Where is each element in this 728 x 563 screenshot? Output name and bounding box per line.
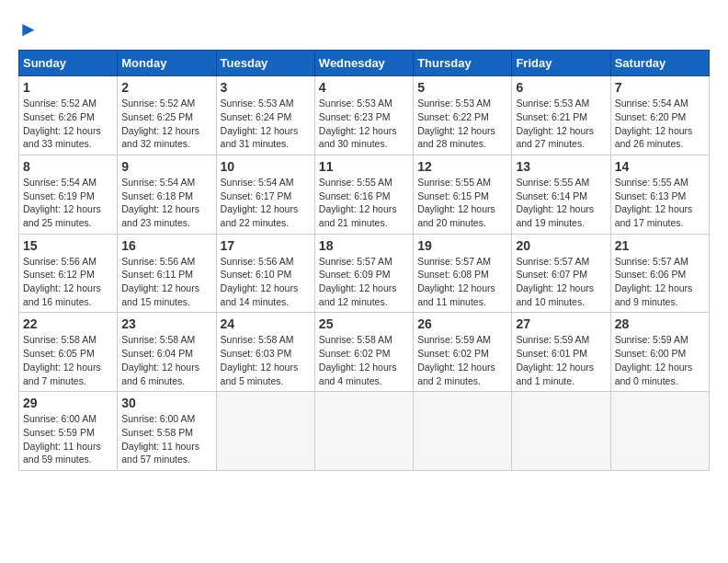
calendar-week-row: 29Sunrise: 6:00 AMSunset: 5:59 PMDayligh… bbox=[19, 392, 710, 471]
day-info: Sunrise: 5:58 AMSunset: 6:02 PMDaylight:… bbox=[319, 333, 409, 387]
day-info: Sunrise: 5:57 AMSunset: 6:07 PMDaylight:… bbox=[516, 255, 606, 309]
day-number: 22 bbox=[23, 316, 113, 331]
calendar-week-row: 1Sunrise: 5:52 AMSunset: 6:26 PMDaylight… bbox=[19, 76, 710, 155]
day-number: 15 bbox=[23, 238, 113, 253]
calendar-cell: 9Sunrise: 5:54 AMSunset: 6:18 PMDaylight… bbox=[118, 155, 216, 234]
day-number: 26 bbox=[417, 316, 507, 331]
day-number: 3 bbox=[221, 80, 311, 95]
day-info: Sunrise: 5:53 AMSunset: 6:23 PMDaylight:… bbox=[319, 97, 409, 151]
column-header-thursday: Thursday bbox=[414, 51, 512, 76]
day-number: 20 bbox=[516, 238, 606, 253]
day-info: Sunrise: 5:53 AMSunset: 6:21 PMDaylight:… bbox=[516, 97, 606, 151]
calendar-cell: 5Sunrise: 5:53 AMSunset: 6:22 PMDaylight… bbox=[414, 76, 512, 155]
day-number: 12 bbox=[417, 159, 507, 174]
calendar-cell: 29Sunrise: 6:00 AMSunset: 5:59 PMDayligh… bbox=[19, 392, 118, 471]
calendar-cell: 12Sunrise: 5:55 AMSunset: 6:15 PMDayligh… bbox=[414, 155, 512, 234]
calendar-cell: 24Sunrise: 5:58 AMSunset: 6:03 PMDayligh… bbox=[216, 313, 314, 392]
day-info: Sunrise: 5:58 AMSunset: 6:05 PMDaylight:… bbox=[23, 333, 113, 387]
day-number: 25 bbox=[319, 316, 409, 331]
day-number: 13 bbox=[516, 159, 606, 174]
day-number: 24 bbox=[221, 316, 311, 331]
day-info: Sunrise: 5:56 AMSunset: 6:12 PMDaylight:… bbox=[23, 255, 113, 309]
day-info: Sunrise: 5:55 AMSunset: 6:16 PMDaylight:… bbox=[319, 176, 409, 230]
calendar-cell: 14Sunrise: 5:55 AMSunset: 6:13 PMDayligh… bbox=[610, 155, 709, 234]
calendar-cell bbox=[314, 392, 413, 471]
calendar-cell: 20Sunrise: 5:57 AMSunset: 6:07 PMDayligh… bbox=[512, 234, 610, 313]
day-number: 17 bbox=[221, 238, 311, 253]
day-number: 4 bbox=[319, 80, 409, 95]
day-info: Sunrise: 5:59 AMSunset: 6:00 PMDaylight:… bbox=[615, 333, 705, 387]
day-info: Sunrise: 6:00 AMSunset: 5:58 PMDaylight:… bbox=[121, 412, 211, 466]
day-number: 18 bbox=[319, 238, 409, 253]
calendar-week-row: 15Sunrise: 5:56 AMSunset: 6:12 PMDayligh… bbox=[19, 234, 710, 313]
day-number: 11 bbox=[319, 159, 409, 174]
calendar-cell: 8Sunrise: 5:54 AMSunset: 6:19 PMDaylight… bbox=[19, 155, 118, 234]
calendar-cell: 4Sunrise: 5:53 AMSunset: 6:23 PMDaylight… bbox=[314, 76, 413, 155]
day-info: Sunrise: 5:52 AMSunset: 6:26 PMDaylight:… bbox=[23, 97, 113, 151]
day-number: 8 bbox=[23, 159, 113, 174]
day-info: Sunrise: 5:59 AMSunset: 6:01 PMDaylight:… bbox=[516, 333, 606, 387]
day-info: Sunrise: 5:57 AMSunset: 6:06 PMDaylight:… bbox=[615, 255, 705, 309]
calendar-header-row: SundayMondayTuesdayWednesdayThursdayFrid… bbox=[19, 51, 710, 76]
day-number: 19 bbox=[417, 238, 507, 253]
day-info: Sunrise: 5:57 AMSunset: 6:09 PMDaylight:… bbox=[319, 255, 409, 309]
day-number: 16 bbox=[121, 238, 211, 253]
calendar-cell bbox=[414, 392, 512, 471]
day-number: 30 bbox=[121, 396, 211, 410]
day-number: 23 bbox=[121, 316, 211, 331]
day-number: 10 bbox=[221, 159, 311, 174]
day-info: Sunrise: 5:54 AMSunset: 6:20 PMDaylight:… bbox=[615, 97, 705, 151]
calendar-cell: 18Sunrise: 5:57 AMSunset: 6:09 PMDayligh… bbox=[314, 234, 413, 313]
calendar-cell: 22Sunrise: 5:58 AMSunset: 6:05 PMDayligh… bbox=[19, 313, 118, 392]
day-info: Sunrise: 5:56 AMSunset: 6:10 PMDaylight:… bbox=[221, 255, 311, 309]
day-info: Sunrise: 5:53 AMSunset: 6:24 PMDaylight:… bbox=[221, 97, 311, 151]
day-number: 1 bbox=[23, 80, 113, 95]
day-number: 21 bbox=[615, 238, 705, 253]
calendar-cell: 1Sunrise: 5:52 AMSunset: 6:26 PMDaylight… bbox=[19, 76, 118, 155]
calendar-cell: 23Sunrise: 5:58 AMSunset: 6:04 PMDayligh… bbox=[118, 313, 216, 392]
day-info: Sunrise: 5:54 AMSunset: 6:18 PMDaylight:… bbox=[121, 176, 211, 230]
day-number: 29 bbox=[23, 396, 113, 410]
day-number: 14 bbox=[615, 159, 705, 174]
day-info: Sunrise: 5:54 AMSunset: 6:19 PMDaylight:… bbox=[23, 176, 113, 230]
day-number: 7 bbox=[615, 80, 705, 95]
day-number: 9 bbox=[121, 159, 211, 174]
calendar-cell bbox=[610, 392, 709, 471]
day-info: Sunrise: 5:52 AMSunset: 6:25 PMDaylight:… bbox=[121, 97, 211, 151]
calendar-cell bbox=[216, 392, 314, 471]
calendar-cell: 15Sunrise: 5:56 AMSunset: 6:12 PMDayligh… bbox=[19, 234, 118, 313]
logo-icon-bird: ► bbox=[18, 17, 39, 40]
column-header-monday: Monday bbox=[118, 51, 216, 76]
day-number: 6 bbox=[516, 80, 606, 95]
day-info: Sunrise: 5:55 AMSunset: 6:15 PMDaylight:… bbox=[417, 176, 507, 230]
day-number: 28 bbox=[615, 316, 705, 331]
calendar-cell: 11Sunrise: 5:55 AMSunset: 6:16 PMDayligh… bbox=[314, 155, 413, 234]
day-info: Sunrise: 5:55 AMSunset: 6:14 PMDaylight:… bbox=[516, 176, 606, 230]
calendar-cell bbox=[512, 392, 610, 471]
calendar-cell: 3Sunrise: 5:53 AMSunset: 6:24 PMDaylight… bbox=[216, 76, 314, 155]
calendar-cell: 21Sunrise: 5:57 AMSunset: 6:06 PMDayligh… bbox=[610, 234, 709, 313]
calendar-cell: 28Sunrise: 5:59 AMSunset: 6:00 PMDayligh… bbox=[610, 313, 709, 392]
day-info: Sunrise: 5:59 AMSunset: 6:02 PMDaylight:… bbox=[417, 333, 507, 387]
day-info: Sunrise: 5:58 AMSunset: 6:03 PMDaylight:… bbox=[221, 333, 311, 387]
column-header-wednesday: Wednesday bbox=[314, 51, 413, 76]
day-info: Sunrise: 5:54 AMSunset: 6:17 PMDaylight:… bbox=[221, 176, 311, 230]
calendar-cell: 17Sunrise: 5:56 AMSunset: 6:10 PMDayligh… bbox=[216, 234, 314, 313]
calendar-cell: 27Sunrise: 5:59 AMSunset: 6:01 PMDayligh… bbox=[512, 313, 610, 392]
column-header-saturday: Saturday bbox=[610, 51, 709, 76]
column-header-tuesday: Tuesday bbox=[216, 51, 314, 76]
calendar-week-row: 8Sunrise: 5:54 AMSunset: 6:19 PMDaylight… bbox=[19, 155, 710, 234]
calendar-cell: 26Sunrise: 5:59 AMSunset: 6:02 PMDayligh… bbox=[414, 313, 512, 392]
day-info: Sunrise: 6:00 AMSunset: 5:59 PMDaylight:… bbox=[23, 412, 113, 466]
calendar-cell: 10Sunrise: 5:54 AMSunset: 6:17 PMDayligh… bbox=[216, 155, 314, 234]
column-header-sunday: Sunday bbox=[19, 51, 118, 76]
day-info: Sunrise: 5:53 AMSunset: 6:22 PMDaylight:… bbox=[417, 97, 507, 151]
day-info: Sunrise: 5:56 AMSunset: 6:11 PMDaylight:… bbox=[121, 255, 211, 309]
calendar-cell: 7Sunrise: 5:54 AMSunset: 6:20 PMDaylight… bbox=[610, 76, 709, 155]
calendar-cell: 19Sunrise: 5:57 AMSunset: 6:08 PMDayligh… bbox=[414, 234, 512, 313]
logo: ► bbox=[18, 18, 39, 40]
calendar-cell: 30Sunrise: 6:00 AMSunset: 5:58 PMDayligh… bbox=[118, 392, 216, 471]
day-number: 27 bbox=[516, 316, 606, 331]
calendar-cell: 6Sunrise: 5:53 AMSunset: 6:21 PMDaylight… bbox=[512, 76, 610, 155]
day-info: Sunrise: 5:55 AMSunset: 6:13 PMDaylight:… bbox=[615, 176, 705, 230]
